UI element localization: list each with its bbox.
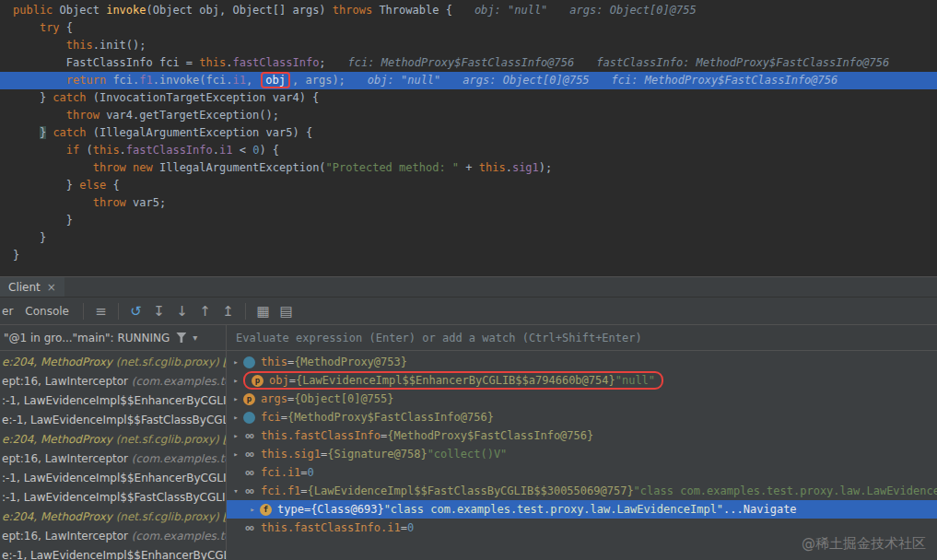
layout-settings-icon[interactable]: ▤ [275, 303, 298, 320]
stack-frame-item[interactable]: e:204, MethodProxy (net.sf.cglib.proxy) … [0, 430, 226, 449]
chevron-collapsed-icon[interactable]: ▸ [228, 426, 243, 445]
equals-sign: = [289, 371, 296, 390]
frame-location: e:-1, LawEvidenceImpl$$EnhancerByCGLIB [2, 549, 226, 560]
code-segment: if [66, 144, 79, 157]
red-highlight-box: obj = {LawEvidenceImpl$$EnhancerByCGLIB$… [243, 371, 663, 390]
navigate-link[interactable]: Navigate [744, 500, 797, 519]
close-icon[interactable]: × [47, 281, 56, 294]
variable-name: fci.f1 [261, 482, 300, 500]
code-segment: } [13, 214, 73, 227]
chevron-collapsed-icon[interactable]: ▸ [228, 390, 243, 408]
variable-row-fci-f1[interactable]: ▾fci.f1 = {LawEvidenceImpl$$FastClassByC… [227, 482, 937, 500]
stack-frame-item[interactable]: e:-1, LawEvidenceImpl$$FastClassByCGLIB [0, 411, 226, 430]
code-segment: (InvocationTargetException var4) { [86, 91, 319, 104]
code-line: throw var5; [0, 194, 937, 212]
code-line: public Object invoke(Object obj, Object[… [0, 2, 937, 19]
tab-client-label: Client [8, 281, 41, 294]
step-up-icon[interactable]: ↑ [193, 303, 217, 320]
variable-content: this.fastClassInfo.i1 = 0 [243, 519, 414, 537]
evaluate-expression-input[interactable]: Evaluate expression (Enter) or add a wat… [227, 325, 937, 350]
code-segment [13, 196, 93, 209]
variable-icon [243, 412, 255, 424]
variable-row-this[interactable]: ▸this = {MethodProxy@753} [227, 353, 937, 371]
code-segment: . [506, 161, 512, 174]
code-segment: return [66, 74, 106, 87]
code-segment: var4.getTargetException(); [100, 109, 279, 122]
variable-row-this-fastClassInfo-i1[interactable]: this.fastClassInfo.i1 = 0 [227, 519, 937, 537]
step-into-icon[interactable]: ↧ [147, 303, 170, 320]
equals-sign: = [401, 519, 407, 537]
chevron-expanded-icon[interactable]: ▾ [228, 482, 243, 500]
table-view-icon[interactable]: ▦ [252, 303, 275, 320]
inline-debug-hint: fci: MethodProxy$FastClassInfo@756 [348, 56, 575, 69]
stack-frame-item[interactable]: e:-1, LawEvidenceImpl$$EnhancerByCGLIB [0, 546, 226, 560]
chevron-collapsed-icon[interactable]: ▸ [228, 445, 243, 463]
code-line: } else { [0, 177, 937, 194]
code-line: throw var4.getTargetException(); [0, 107, 937, 124]
code-line: } catch (InvocationTargetException var4)… [0, 89, 937, 107]
code-segment: .init(); [93, 39, 146, 52]
debug-tabbar: Client × [0, 277, 937, 298]
code-segment: this [66, 39, 93, 52]
code-segment: throws [333, 4, 372, 17]
chevron-collapsed-icon[interactable]: ▸ [228, 353, 243, 371]
equals-sign: = [287, 390, 294, 408]
red-highlight-box: obj [261, 72, 290, 88]
code-segment: , args); [292, 74, 346, 87]
code-segment: IllegalArgumentException( [153, 161, 326, 174]
code-segment: catch [53, 91, 86, 104]
menu-icon[interactable]: ≡ [89, 303, 112, 320]
execution-line: return fci.f1.invoke(fci.i1, obj, args);… [0, 72, 937, 89]
tab-client[interactable]: Client × [0, 277, 64, 297]
variable-row-fci[interactable]: ▸fci = {MethodProxy$FastClassInfo@756} [227, 408, 937, 426]
code-segment: fastClassInfo [126, 144, 213, 157]
stack-frame-item[interactable]: ept:16, LawInterceptor (com.examples.tes [0, 372, 226, 391]
stack-frame-item[interactable]: :-1, LawEvidenceImpl$$FastClassByCGLIB [0, 488, 226, 508]
debug-tool-window: Client × er Console ≡↺↧↓↑↥▦▤ "@1 in gro.… [0, 276, 937, 560]
evaluate-placeholder: Evaluate expression (Enter) or add a wat… [236, 332, 642, 344]
stack-frame-item[interactable]: e:204, MethodProxy (net.sf.cglib.proxy) … [0, 353, 226, 372]
code-editor[interactable]: public Object invoke(Object obj, Object[… [0, 0, 937, 276]
variable-row-fci-i1[interactable]: fci.i1 = 0 [227, 463, 937, 482]
variable-value: {Signature@758} [327, 445, 427, 463]
variable-content: this = {MethodProxy@753} [243, 353, 407, 371]
variable-row-this-sig1[interactable]: ▸this.sig1 = {Signature@758} "collect()V… [227, 445, 937, 463]
frame-suffix: [5 [223, 356, 226, 368]
filter-icon[interactable] [176, 332, 186, 343]
stack-frame-item[interactable]: ept:16, LawInterceptor (com.examples.tes [0, 527, 226, 546]
tab-debugger-partial[interactable]: er [0, 305, 17, 318]
variable-string: "class com.examples.test.proxy.law.LawEv… [634, 482, 937, 500]
tab-console[interactable]: Console [17, 305, 77, 318]
rerun-icon[interactable]: ↺ [124, 303, 147, 320]
chevron-collapsed-icon[interactable]: ▸ [228, 371, 243, 390]
variable-value: {Class@693} [310, 500, 383, 519]
toolbar-separator [83, 303, 84, 320]
thread-selector[interactable]: "@1 in gro..."main": RUNNING ▾ [0, 325, 227, 350]
chevron-collapsed-icon[interactable]: ▸ [245, 500, 260, 519]
chevron-collapsed-icon[interactable]: ▸ [228, 408, 243, 426]
code-segment: this [199, 56, 226, 69]
variable-name: args [261, 390, 287, 408]
code-segment [13, 39, 66, 52]
code-segment: < [232, 144, 252, 157]
variable-row-args[interactable]: ▸args = {Object[0]@755} [227, 390, 937, 408]
stack-frame-item[interactable]: e:204, MethodProxy (net.sf.cglib.proxy) … [0, 508, 226, 527]
code-segment: try [40, 21, 60, 34]
thread-label: "@1 in gro..."main": RUNNING [4, 332, 170, 344]
inline-debug-hint: obj: "null" [474, 4, 547, 17]
variable-row-this-fastClassInfo[interactable]: ▸this.fastClassInfo = {MethodProxy$FastC… [227, 426, 937, 445]
code-segment: fastClassInfo [232, 56, 319, 69]
chevron-down-icon[interactable]: ▾ [193, 332, 197, 343]
step-down-icon[interactable]: ↓ [170, 303, 193, 320]
variable-row-obj[interactable]: ▸obj = {LawEvidenceImpl$$EnhancerByCGLIB… [227, 371, 937, 390]
code-line: if (this.fastClassInfo.i1 < 0) { [0, 142, 937, 159]
stack-frame-item[interactable]: :-1, LawEvidenceImpl$$EnhancerByCGLIB [0, 391, 226, 411]
stack-frame-item[interactable]: :-1, LawEvidenceImpl$$EnhancerByCGLIB [0, 469, 226, 488]
variable-row-type[interactable]: ▸type = {Class@693} "class com.examples.… [227, 500, 937, 519]
code-segment: var5; [126, 196, 166, 209]
stack-frame-item[interactable]: ept:16, LawInterceptor (com.examples.tes [0, 449, 226, 469]
code-line: } catch (IllegalArgumentException var5) … [0, 124, 937, 142]
code-segment: Object [60, 4, 107, 17]
variable-content: this.fastClassInfo = {MethodProxy$FastCl… [243, 426, 593, 445]
step-out-icon[interactable]: ↥ [217, 303, 240, 320]
